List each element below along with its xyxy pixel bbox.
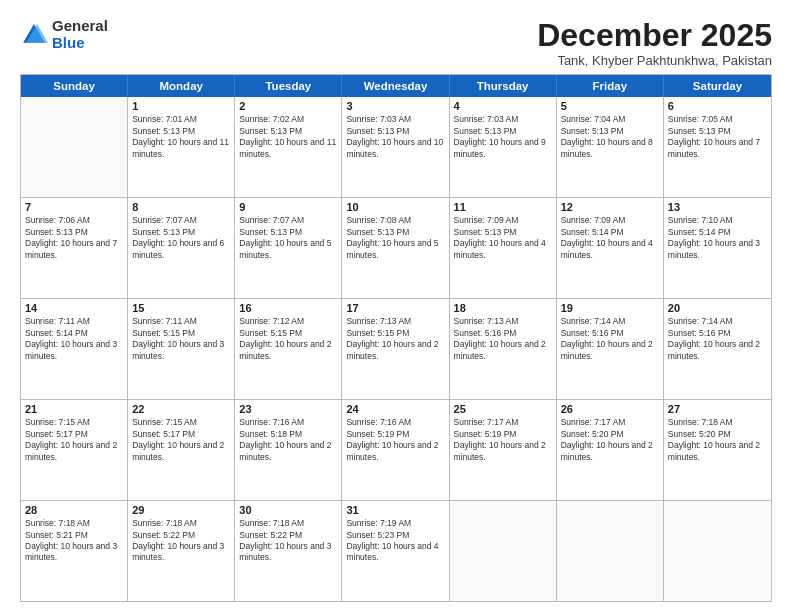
- daylight-text: Daylight: 10 hours and 2 minutes.: [668, 339, 767, 362]
- cell-w3-d1: 15Sunrise: 7:11 AMSunset: 5:15 PMDayligh…: [128, 299, 235, 399]
- day-number: 14: [25, 302, 123, 314]
- sunset-text: Sunset: 5:15 PM: [132, 328, 230, 339]
- day-number: 19: [561, 302, 659, 314]
- day-number: 12: [561, 201, 659, 213]
- cell-w1-d1: 1Sunrise: 7:01 AMSunset: 5:13 PMDaylight…: [128, 97, 235, 197]
- sunset-text: Sunset: 5:13 PM: [239, 126, 337, 137]
- cell-w5-d1: 29Sunrise: 7:18 AMSunset: 5:22 PMDayligh…: [128, 501, 235, 601]
- cell-w5-d5: [557, 501, 664, 601]
- daylight-text: Daylight: 10 hours and 3 minutes.: [668, 238, 767, 261]
- calendar-header: Sunday Monday Tuesday Wednesday Thursday…: [21, 75, 771, 97]
- sunrise-text: Sunrise: 7:01 AM: [132, 114, 230, 125]
- daylight-text: Daylight: 10 hours and 2 minutes.: [239, 339, 337, 362]
- week-row-3: 14Sunrise: 7:11 AMSunset: 5:14 PMDayligh…: [21, 299, 771, 400]
- header-saturday: Saturday: [664, 75, 771, 97]
- day-number: 27: [668, 403, 767, 415]
- day-number: 16: [239, 302, 337, 314]
- day-number: 23: [239, 403, 337, 415]
- header-wednesday: Wednesday: [342, 75, 449, 97]
- sunrise-text: Sunrise: 7:16 AM: [346, 417, 444, 428]
- day-number: 22: [132, 403, 230, 415]
- daylight-text: Daylight: 10 hours and 3 minutes.: [239, 541, 337, 564]
- daylight-text: Daylight: 10 hours and 4 minutes.: [561, 238, 659, 261]
- header: General Blue December 2025 Tank, Khyber …: [20, 18, 772, 68]
- sunrise-text: Sunrise: 7:18 AM: [668, 417, 767, 428]
- cell-w4-d3: 24Sunrise: 7:16 AMSunset: 5:19 PMDayligh…: [342, 400, 449, 500]
- daylight-text: Daylight: 10 hours and 2 minutes.: [239, 440, 337, 463]
- header-thursday: Thursday: [450, 75, 557, 97]
- daylight-text: Daylight: 10 hours and 3 minutes.: [132, 541, 230, 564]
- daylight-text: Daylight: 10 hours and 3 minutes.: [25, 541, 123, 564]
- day-number: 4: [454, 100, 552, 112]
- sunset-text: Sunset: 5:13 PM: [346, 227, 444, 238]
- sunset-text: Sunset: 5:13 PM: [346, 126, 444, 137]
- daylight-text: Daylight: 10 hours and 8 minutes.: [561, 137, 659, 160]
- day-number: 18: [454, 302, 552, 314]
- day-number: 21: [25, 403, 123, 415]
- sunrise-text: Sunrise: 7:19 AM: [346, 518, 444, 529]
- cell-w3-d0: 14Sunrise: 7:11 AMSunset: 5:14 PMDayligh…: [21, 299, 128, 399]
- sunset-text: Sunset: 5:18 PM: [239, 429, 337, 440]
- daylight-text: Daylight: 10 hours and 2 minutes.: [25, 440, 123, 463]
- cell-w4-d6: 27Sunrise: 7:18 AMSunset: 5:20 PMDayligh…: [664, 400, 771, 500]
- daylight-text: Daylight: 10 hours and 7 minutes.: [25, 238, 123, 261]
- daylight-text: Daylight: 10 hours and 3 minutes.: [132, 339, 230, 362]
- cell-w2-d2: 9Sunrise: 7:07 AMSunset: 5:13 PMDaylight…: [235, 198, 342, 298]
- sunrise-text: Sunrise: 7:13 AM: [454, 316, 552, 327]
- cell-w2-d0: 7Sunrise: 7:06 AMSunset: 5:13 PMDaylight…: [21, 198, 128, 298]
- sunset-text: Sunset: 5:21 PM: [25, 530, 123, 541]
- header-friday: Friday: [557, 75, 664, 97]
- sunset-text: Sunset: 5:13 PM: [132, 126, 230, 137]
- sunset-text: Sunset: 5:13 PM: [239, 227, 337, 238]
- sunrise-text: Sunrise: 7:18 AM: [132, 518, 230, 529]
- day-number: 31: [346, 504, 444, 516]
- cell-w5-d0: 28Sunrise: 7:18 AMSunset: 5:21 PMDayligh…: [21, 501, 128, 601]
- day-number: 13: [668, 201, 767, 213]
- sunset-text: Sunset: 5:16 PM: [668, 328, 767, 339]
- daylight-text: Daylight: 10 hours and 2 minutes.: [346, 440, 444, 463]
- sunrise-text: Sunrise: 7:15 AM: [132, 417, 230, 428]
- sunset-text: Sunset: 5:15 PM: [346, 328, 444, 339]
- day-number: 20: [668, 302, 767, 314]
- day-number: 26: [561, 403, 659, 415]
- day-number: 9: [239, 201, 337, 213]
- week-row-4: 21Sunrise: 7:15 AMSunset: 5:17 PMDayligh…: [21, 400, 771, 501]
- daylight-text: Daylight: 10 hours and 11 minutes.: [132, 137, 230, 160]
- sunset-text: Sunset: 5:22 PM: [132, 530, 230, 541]
- sunrise-text: Sunrise: 7:13 AM: [346, 316, 444, 327]
- sunrise-text: Sunrise: 7:10 AM: [668, 215, 767, 226]
- week-row-5: 28Sunrise: 7:18 AMSunset: 5:21 PMDayligh…: [21, 501, 771, 601]
- cell-w1-d2: 2Sunrise: 7:02 AMSunset: 5:13 PMDaylight…: [235, 97, 342, 197]
- sunset-text: Sunset: 5:13 PM: [668, 126, 767, 137]
- day-number: 1: [132, 100, 230, 112]
- page: General Blue December 2025 Tank, Khyber …: [0, 0, 792, 612]
- logo-blue: Blue: [52, 34, 85, 51]
- daylight-text: Daylight: 10 hours and 5 minutes.: [346, 238, 444, 261]
- logo-text: General Blue: [52, 18, 108, 51]
- day-number: 15: [132, 302, 230, 314]
- week-row-1: 1Sunrise: 7:01 AMSunset: 5:13 PMDaylight…: [21, 97, 771, 198]
- daylight-text: Daylight: 10 hours and 2 minutes.: [668, 440, 767, 463]
- day-number: 11: [454, 201, 552, 213]
- sunrise-text: Sunrise: 7:02 AM: [239, 114, 337, 125]
- sunset-text: Sunset: 5:23 PM: [346, 530, 444, 541]
- sunset-text: Sunset: 5:14 PM: [561, 227, 659, 238]
- sunset-text: Sunset: 5:14 PM: [25, 328, 123, 339]
- cell-w2-d5: 12Sunrise: 7:09 AMSunset: 5:14 PMDayligh…: [557, 198, 664, 298]
- sunrise-text: Sunrise: 7:11 AM: [25, 316, 123, 327]
- title-block: December 2025 Tank, Khyber Pakhtunkhwa, …: [537, 18, 772, 68]
- daylight-text: Daylight: 10 hours and 2 minutes.: [454, 440, 552, 463]
- sunrise-text: Sunrise: 7:03 AM: [346, 114, 444, 125]
- cell-w2-d4: 11Sunrise: 7:09 AMSunset: 5:13 PMDayligh…: [450, 198, 557, 298]
- cell-w3-d3: 17Sunrise: 7:13 AMSunset: 5:15 PMDayligh…: [342, 299, 449, 399]
- daylight-text: Daylight: 10 hours and 3 minutes.: [25, 339, 123, 362]
- cell-w1-d4: 4Sunrise: 7:03 AMSunset: 5:13 PMDaylight…: [450, 97, 557, 197]
- daylight-text: Daylight: 10 hours and 2 minutes.: [132, 440, 230, 463]
- day-number: 28: [25, 504, 123, 516]
- day-number: 2: [239, 100, 337, 112]
- daylight-text: Daylight: 10 hours and 6 minutes.: [132, 238, 230, 261]
- sunrise-text: Sunrise: 7:17 AM: [561, 417, 659, 428]
- cell-w4-d5: 26Sunrise: 7:17 AMSunset: 5:20 PMDayligh…: [557, 400, 664, 500]
- daylight-text: Daylight: 10 hours and 7 minutes.: [668, 137, 767, 160]
- day-number: 30: [239, 504, 337, 516]
